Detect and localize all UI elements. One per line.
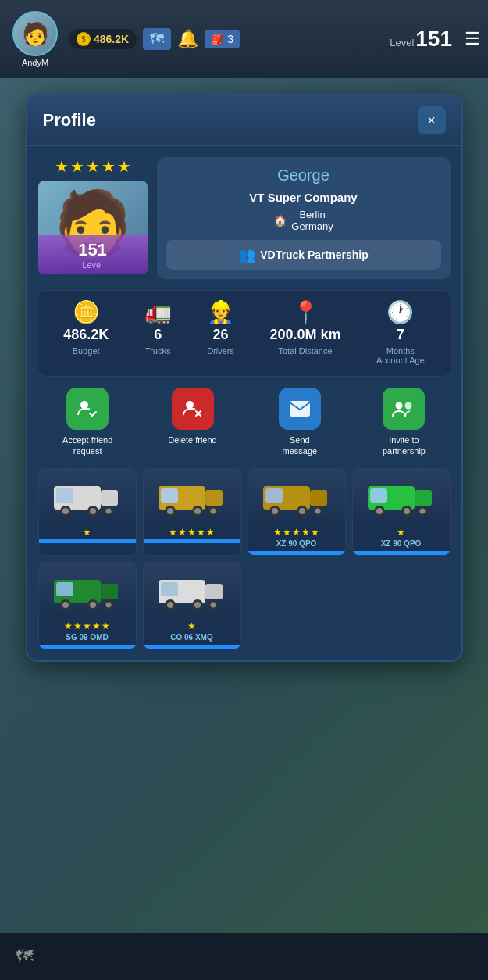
truck-stars-2: ★ ★ ★ ★ ★: [169, 527, 215, 538]
star-1: ★: [55, 157, 69, 176]
svg-rect-18: [205, 490, 223, 506]
svg-rect-35: [370, 488, 387, 503]
truck-bar-2: [144, 539, 240, 543]
star-3: ★: [86, 157, 100, 176]
profile-avatar-box: 🧑 151 Level: [38, 181, 148, 274]
distance-label: Total Distance: [279, 346, 333, 356]
profile-level-num: 151: [43, 240, 143, 260]
truck-card-1[interactable]: ★: [38, 468, 137, 556]
invite-partnership-label: Invite topartnership: [383, 435, 426, 457]
star-4: ★: [102, 157, 116, 176]
svg-point-15: [106, 509, 112, 514]
level-label: Level: [390, 37, 414, 48]
modal-header: Profile ×: [27, 95, 461, 146]
budget-icon: 🪙: [73, 302, 100, 324]
svg-rect-17: [161, 488, 178, 503]
distance-value: 200.0M km: [270, 327, 341, 343]
level-display: Level 151: [390, 27, 452, 52]
city: Berlin: [291, 209, 333, 220]
player-avatar[interactable]: 🧑 AndyM: [8, 11, 62, 67]
svg-point-58: [194, 602, 201, 608]
truck-plate-5: SG 09 OMD: [66, 633, 108, 642]
star-2: ★: [70, 157, 84, 176]
svg-point-22: [194, 508, 201, 514]
invite-partnership-button[interactable]: Invite topartnership: [383, 388, 426, 457]
drivers-value: 26: [213, 327, 229, 343]
svg-point-29: [272, 508, 278, 514]
close-button[interactable]: ×: [418, 106, 446, 134]
truck-card-5[interactable]: ★ ★ ★ ★ ★ SG 09 OMD: [38, 562, 137, 649]
send-message-icon: [279, 388, 321, 430]
svg-point-0: [80, 401, 88, 409]
truck-stars-6: ★: [187, 621, 196, 631]
svg-point-24: [211, 509, 216, 514]
svg-point-40: [404, 508, 410, 514]
truck-image-4: [353, 469, 450, 524]
modal-title: Profile: [43, 110, 96, 131]
coin-icon: $: [77, 32, 91, 46]
delete-friend-button[interactable]: Delete friend: [168, 388, 216, 457]
svg-point-60: [211, 603, 216, 608]
truck-stars-5: ★ ★ ★ ★ ★: [64, 621, 110, 631]
trucks-grid: ★: [27, 468, 461, 660]
invite-partnership-icon: [383, 388, 425, 430]
menu-icon[interactable]: ☰: [465, 29, 480, 49]
avatar-section: ★ ★ ★ ★ ★ 🧑 151 Level: [38, 157, 148, 279]
stat-age: 🕐 7 MonthsAccount Age: [376, 302, 425, 365]
send-message-button[interactable]: Send message: [272, 388, 327, 457]
level-value: 151: [415, 27, 452, 52]
stat-budget: 🪙 486.2K Budget: [63, 302, 109, 365]
truck-bar-5: [39, 645, 136, 649]
profile-info: George VT Super Company 🏠 Berlin Germany…: [157, 157, 451, 279]
drivers-label: Drivers: [207, 346, 234, 356]
partnership-icon: 👥: [238, 246, 255, 263]
age-value: 7: [397, 327, 404, 343]
truck-card-2[interactable]: ★ ★ ★ ★ ★: [143, 468, 241, 556]
truck-stars-1: ★: [83, 527, 91, 538]
svg-point-2: [186, 401, 194, 409]
topbar: 🧑 AndyM $ 486.2K 🗺 🔔 🎒 3 Level 151 ☰: [0, 0, 488, 78]
country: Germany: [291, 220, 333, 232]
svg-point-49: [90, 602, 96, 608]
accept-friend-icon: [66, 388, 109, 430]
svg-rect-27: [310, 490, 327, 506]
svg-point-38: [376, 508, 383, 514]
stat-drivers: 👷 26 Drivers: [207, 302, 234, 365]
age-label: MonthsAccount Age: [376, 346, 425, 365]
bag-icon: 🎒: [211, 33, 224, 45]
bell-icon[interactable]: 🔔: [177, 29, 198, 49]
accept-friend-button[interactable]: Accept friendrequest: [62, 388, 112, 457]
profile-name: George: [166, 166, 441, 184]
truck-image-5: [39, 563, 136, 617]
svg-rect-53: [161, 582, 178, 596]
truck-card-3[interactable]: ★ ★ ★ ★ ★ XZ 90 QPO: [248, 468, 346, 556]
partnership-name: VDTruck Partnership: [260, 249, 369, 261]
map-icon[interactable]: 🗺: [143, 28, 171, 50]
truck-plate-3: XZ 90 QPO: [276, 539, 317, 548]
truck-plate-4: XZ 90 QPO: [381, 539, 422, 548]
truck-image-3: [248, 469, 345, 524]
bag-count: 3: [227, 33, 233, 45]
rating-stars: ★ ★ ★ ★ ★: [38, 157, 148, 176]
truck-stars-3: ★ ★ ★ ★ ★: [273, 527, 319, 538]
stats-section: 🪙 486.2K Budget 🚛 6 Trucks 👷 26 Drivers …: [38, 290, 451, 377]
svg-rect-54: [205, 584, 223, 599]
truck-card-4[interactable]: ★ XZ 90 QPO: [352, 468, 451, 556]
trucks-icon: 🚛: [144, 302, 172, 324]
truck-image-1: [39, 469, 136, 524]
truck-image-2: [144, 469, 240, 524]
truck-bar-6: [144, 645, 240, 649]
budget-label: Budget: [73, 346, 100, 356]
svg-rect-45: [101, 584, 118, 599]
home-icon: 🏠: [273, 214, 287, 227]
svg-rect-8: [56, 488, 73, 503]
svg-rect-9: [101, 490, 118, 506]
truck-card-6[interactable]: ★ CO 06 XMQ: [143, 562, 241, 649]
level-badge: 151 Level: [38, 235, 148, 274]
actions-section: Accept friendrequest Delete friend: [27, 377, 461, 468]
star-5: ★: [117, 157, 131, 176]
bag-display[interactable]: 🎒 3: [205, 30, 240, 48]
svg-point-13: [90, 508, 96, 514]
svg-point-31: [299, 508, 305, 514]
svg-point-51: [106, 603, 112, 608]
